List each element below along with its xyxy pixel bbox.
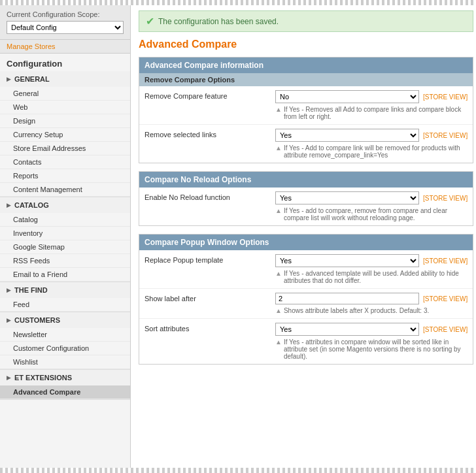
form-section-advanced-compare-info: Advanced Compare informationRemove Compa… (139, 57, 473, 163)
sidebar-section-customers: ▶CUSTOMERSNewsletterCustomer Configurati… (0, 312, 130, 370)
sidebar-section-header-general[interactable]: ▶GENERAL (0, 71, 130, 87)
sidebar-item-google-sitemap[interactable]: Google Sitemap (0, 240, 130, 254)
form-select-sort-attributes[interactable]: NoYes (275, 323, 419, 336)
content-area: ✔ The configuration has been saved. Adva… (131, 5, 476, 468)
sidebar-item-catalog[interactable]: Catalog (0, 213, 130, 227)
arrow-icon: ▶ (7, 76, 11, 82)
bottom-pattern (0, 468, 476, 473)
section-title: THE FIND (14, 286, 48, 294)
sidebar-item-store-email-addresses[interactable]: Store Email Addresses (0, 142, 130, 155)
store-view-link[interactable]: [STORE VIEW] (423, 195, 468, 202)
sidebar-item-email-to-a-friend[interactable]: Email to a Friend (0, 268, 130, 282)
form-row: Enable No Reload functionNoYes[STORE VIE… (139, 188, 473, 225)
sidebar-item-content-management[interactable]: Content Management (0, 183, 130, 197)
form-select-replace-popup-template[interactable]: NoYes (275, 254, 419, 267)
store-view-link[interactable]: [STORE VIEW] (423, 326, 468, 333)
form-hint: ▲If Yes - Removes all Add to compare lin… (275, 106, 468, 120)
form-input-show-label-after[interactable] (275, 293, 419, 304)
hint-arrow-icon: ▲ (275, 338, 282, 346)
form-row-control: NoYes[STORE VIEW]▲If Yes - add to compar… (275, 191, 468, 221)
form-section-compare-no-reload: Compare No Reload OptionsEnable No Reloa… (139, 171, 473, 226)
hint-text: If Yes - Add to compare link will be rem… (284, 144, 468, 159)
sidebar-item-newsletter[interactable]: Newsletter (0, 328, 130, 342)
sidebar-item-inventory[interactable]: Inventory (0, 227, 130, 240)
form-row: Replace Popup templateNoYes[STORE VIEW]▲… (139, 250, 473, 289)
sidebar-item-general[interactable]: General (0, 87, 130, 101)
form-row-control: NoYes[STORE VIEW]▲If Yes - Removes all A… (275, 90, 468, 120)
sidebar-item-rss-feeds[interactable]: RSS Feeds (0, 254, 130, 268)
hint-arrow-icon: ▲ (275, 207, 282, 214)
sidebar-section-header-catalog[interactable]: ▶CATALOG (0, 197, 130, 213)
form-row: Sort attributesNoYes[STORE VIEW]▲If Yes … (139, 319, 473, 364)
store-view-link[interactable]: [STORE VIEW] (423, 93, 468, 101)
store-view-link[interactable]: [STORE VIEW] (423, 132, 468, 139)
form-row-control: NoYes[STORE VIEW]▲If Yes - advanced temp… (275, 254, 468, 284)
form-row-control: [STORE VIEW]▲Shows attribute labels afte… (275, 293, 468, 314)
section-title: GENERAL (14, 75, 50, 83)
form-sections: Advanced Compare informationRemove Compa… (139, 57, 473, 365)
hint-arrow-icon: ▲ (275, 106, 282, 113)
form-row-control: NoYes[STORE VIEW]▲If Yes - Add to compar… (275, 129, 468, 159)
sidebar-item-web[interactable]: Web (0, 101, 130, 114)
form-control-row: NoYes[STORE VIEW] (275, 323, 468, 336)
page-title: Advanced Compare (139, 39, 473, 50)
sidebar-section-catalog: ▶CATALOGCatalogInventoryGoogle SitemapRS… (0, 197, 130, 282)
form-select-remove-selected-links[interactable]: NoYes (275, 129, 419, 142)
store-view-link[interactable]: [STORE VIEW] (423, 257, 468, 265)
form-control-row: [STORE VIEW] (275, 293, 468, 304)
sidebar-item-wishlist[interactable]: Wishlist (0, 355, 130, 369)
form-row: Remove Compare featureNoYes[STORE VIEW]▲… (139, 86, 473, 125)
form-row: Show label after[STORE VIEW]▲Shows attri… (139, 289, 473, 319)
form-row-label: Sort attributes (144, 323, 275, 333)
sidebar-item-contacts[interactable]: Contacts (0, 155, 130, 169)
form-subsection-header: Remove Compare Options (139, 73, 473, 86)
hint-text: If Yes - Removes all Add to compare link… (284, 106, 468, 120)
form-select-enable-no-reload-function[interactable]: NoYes (275, 191, 419, 204)
hint-text: If Yes - add to compare, remove from com… (284, 207, 468, 221)
form-hint: ▲If Yes - Add to compare link will be re… (275, 144, 468, 159)
sidebar-item-feed[interactable]: Feed (0, 298, 130, 312)
sidebar-section-header-thefind[interactable]: ▶THE FIND (0, 282, 130, 298)
sidebar-section-thefind: ▶THE FINDFeed (0, 282, 130, 312)
form-hint: ▲If Yes - advanced template will be used… (275, 270, 468, 284)
form-row-label: Enable No Reload function (144, 191, 275, 201)
arrow-icon: ▶ (7, 202, 11, 208)
form-control-row: NoYes[STORE VIEW] (275, 129, 468, 142)
arrow-icon: ▶ (7, 374, 11, 381)
sidebar-section-header-etextensions[interactable]: ▶ET EXTENSIONS (0, 370, 130, 385)
sidebar-section-etextensions: ▶ET EXTENSIONSAdvanced Compare (0, 370, 130, 400)
scope-select[interactable]: Default Config (7, 21, 124, 34)
sidebar-scope: Current Configuration Scope: Default Con… (0, 5, 130, 40)
form-row-label: Replace Popup template (144, 254, 275, 264)
section-title: CATALOG (14, 201, 49, 209)
sidebar-item-reports[interactable]: Reports (0, 169, 130, 183)
hint-text: Shows attribute labels after X products.… (284, 307, 429, 314)
form-section-header: Advanced Compare information (139, 57, 473, 73)
arrow-icon: ▶ (7, 287, 11, 293)
store-view-link[interactable]: [STORE VIEW] (423, 295, 468, 302)
scope-label: Current Configuration Scope: (7, 10, 124, 18)
sidebar-item-advanced-compare[interactable]: Advanced Compare (0, 385, 130, 399)
hint-arrow-icon: ▲ (275, 144, 282, 152)
hint-arrow-icon: ▲ (275, 270, 282, 277)
sidebar-sections: ▶GENERALGeneralWebDesignCurrency SetupSt… (0, 71, 130, 400)
sidebar-section-header-customers[interactable]: ▶CUSTOMERS (0, 312, 130, 328)
sidebar-item-customer-configuration[interactable]: Customer Configuration (0, 342, 130, 355)
hint-text: If Yes - advanced template will be used.… (284, 270, 468, 284)
manage-stores-link[interactable]: Manage Stores (0, 40, 130, 54)
form-row-label: Remove Compare feature (144, 90, 275, 100)
form-hint: ▲If Yes - attributes in compare window w… (275, 338, 468, 360)
sidebar-item-currency-setup[interactable]: Currency Setup (0, 128, 130, 142)
form-select-remove-compare-feature[interactable]: NoYes (275, 90, 419, 103)
form-control-row: NoYes[STORE VIEW] (275, 90, 468, 103)
form-row-control: NoYes[STORE VIEW]▲If Yes - attributes in… (275, 323, 468, 360)
sidebar: Current Configuration Scope: Default Con… (0, 5, 131, 468)
sidebar-item-design[interactable]: Design (0, 114, 130, 128)
form-hint: ▲Shows attribute labels after X products… (275, 307, 468, 314)
success-message: ✔ The configuration has been saved. (139, 10, 473, 32)
form-control-row: NoYes[STORE VIEW] (275, 191, 468, 204)
form-row-label: Show label after (144, 293, 275, 302)
section-title: ET EXTENSIONS (14, 374, 72, 382)
success-text: The configuration has been saved. (158, 17, 279, 26)
form-hint: ▲If Yes - add to compare, remove from co… (275, 207, 468, 221)
